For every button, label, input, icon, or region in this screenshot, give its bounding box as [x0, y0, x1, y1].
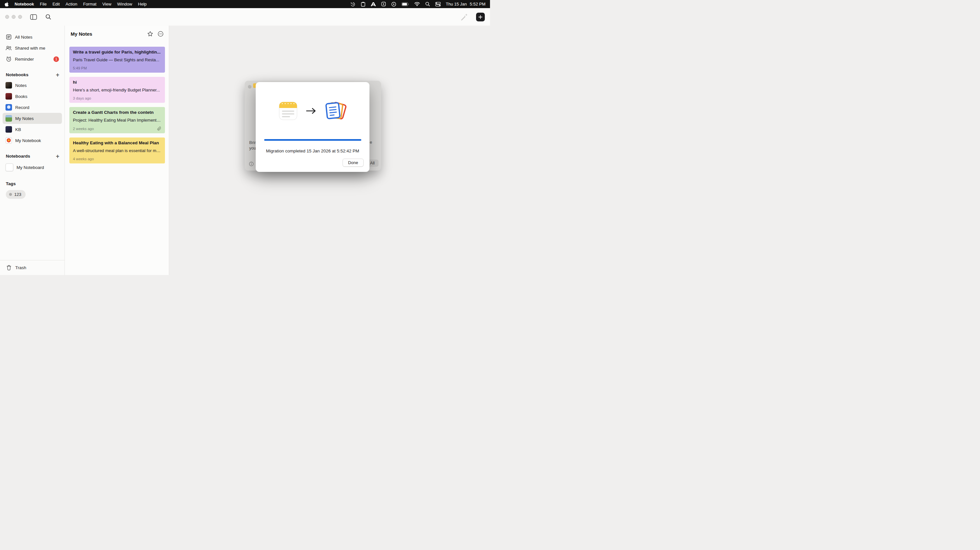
note-snippet: Project: Healthy Eating Meal Plan Implem… — [73, 118, 161, 123]
noteboards-section-header: Noteboards + — [6, 154, 59, 159]
note-card[interactable]: Create a Gantt Charts from the contetn P… — [69, 107, 165, 133]
notebook-label: Notes — [15, 83, 27, 88]
minimize-window-button[interactable] — [12, 15, 16, 19]
notes-list-title: My Notes — [71, 31, 92, 37]
control-center-icon[interactable] — [435, 2, 441, 6]
note-meta: 2 weeks ago — [73, 126, 161, 131]
alarm-clock-icon — [5, 56, 12, 62]
done-button[interactable]: Done — [342, 159, 364, 167]
battery-icon[interactable] — [401, 2, 409, 6]
more-options-icon[interactable] — [158, 31, 164, 37]
notebook-cover-icon — [5, 126, 12, 132]
note-snippet: Here's a short, emoji-friendly Budget Pl… — [73, 88, 161, 92]
menu-help[interactable]: Help — [138, 2, 147, 6]
sidebar-item-trash[interactable]: Trash — [0, 260, 65, 275]
sidebar-item-reminder[interactable]: Reminder 1 — [3, 54, 62, 65]
note-title: hi — [73, 80, 161, 84]
menu-bar-status: Thu 15 Jan 5:52 PM — [350, 2, 485, 7]
menu-file[interactable]: File — [40, 2, 47, 6]
menu-edit[interactable]: Edit — [52, 2, 60, 6]
section-title: Notebooks — [6, 72, 29, 77]
menu-clock[interactable]: Thu 15 Jan 5:52 PM — [446, 2, 485, 6]
app-window: All Notes Shared with me Reminder 1 Note… — [0, 8, 490, 275]
people-icon — [5, 45, 12, 51]
note-meta: 5:49 PM — [73, 66, 161, 70]
menu-action[interactable]: Action — [65, 2, 77, 6]
trash-label: Trash — [15, 265, 26, 270]
noteboard-label: My Noteboard — [16, 165, 44, 170]
info-icon[interactable] — [249, 161, 254, 166]
migration-status-message: Migration completed 15 Jan 2026 at 5:52:… — [266, 148, 359, 153]
sidebar-item-all-notes[interactable]: All Notes — [3, 32, 62, 43]
shortcuts-icon[interactable] — [381, 2, 386, 6]
section-title: Tags — [6, 181, 16, 186]
sidebar-item-label: Shared with me — [15, 46, 45, 51]
note-card[interactable]: Healthy Eating with a Balanced Meal Plan… — [69, 137, 165, 163]
menu-window[interactable]: Window — [117, 2, 132, 6]
sidebar-noteboard-my-noteboard[interactable]: My Noteboard — [3, 161, 62, 174]
notebook-app-icon — [325, 102, 347, 120]
window-toolbar — [0, 8, 490, 26]
sidebar-notebook-my-notes[interactable]: My Notes — [3, 113, 62, 124]
new-note-button[interactable] — [476, 13, 485, 21]
note-card[interactable]: Write a travel guide for Paris, highligh… — [69, 47, 165, 73]
menu-app-name[interactable]: Notebook — [14, 2, 34, 6]
section-title: Noteboards — [6, 154, 30, 159]
sidebar-item-label: All Notes — [15, 35, 32, 40]
sidebar-notebook-notes[interactable]: Notes — [3, 80, 62, 91]
sidebar-notebook-books[interactable]: Books — [3, 91, 62, 102]
note-title: Create a Gantt Charts from the contetn — [73, 110, 161, 115]
history-icon[interactable] — [350, 2, 355, 7]
note-lines-icon — [5, 34, 12, 40]
notebook-label: Record — [15, 105, 30, 110]
window-body: All Notes Shared with me Reminder 1 Note… — [0, 26, 490, 275]
window-dot-icon — [248, 85, 251, 89]
note-card[interactable]: hi Here's a short, emoji-friendly Budget… — [69, 77, 165, 103]
favorite-star-icon[interactable] — [147, 31, 153, 37]
add-noteboard-button[interactable]: + — [56, 154, 59, 159]
sidebar-item-shared-with-me[interactable]: Shared with me — [3, 43, 62, 54]
menu-bar-left: Notebook File Edit Action Format View Wi… — [5, 2, 147, 7]
menu-view[interactable]: View — [102, 2, 111, 6]
migration-complete-dialog: Migration completed 15 Jan 2026 at 5:52:… — [256, 82, 369, 172]
sidebar-notebook-my-notebook[interactable]: My Notebook — [3, 135, 62, 146]
tag-label: 123 — [14, 192, 21, 197]
sidebar-item-label: Reminder — [15, 57, 34, 62]
migration-icons — [279, 102, 347, 120]
wifi-icon[interactable] — [414, 2, 420, 6]
notebook-cover-icon — [5, 93, 12, 100]
plus-icon — [478, 15, 482, 19]
search-icon[interactable] — [45, 14, 51, 20]
anthropic-icon[interactable] — [371, 2, 376, 6]
sidebar-toggle-icon[interactable] — [30, 14, 37, 20]
trash-icon — [6, 265, 12, 271]
note-cards: Write a travel guide for Paris, highligh… — [69, 47, 165, 163]
apple-notes-app-icon — [279, 102, 297, 120]
notebook-cover-icon — [5, 82, 12, 89]
apple-icon[interactable] — [5, 2, 9, 7]
note-snippet: Paris Travel Guide — Best Sights and Res… — [73, 57, 161, 62]
clipboard-icon[interactable] — [361, 2, 366, 7]
migration-progress-fill — [264, 139, 361, 141]
traffic-lights — [5, 15, 22, 19]
search-icon[interactable] — [425, 2, 430, 6]
sidebar-notebook-record[interactable]: Record — [3, 102, 62, 113]
note-time: 4 weeks ago — [73, 157, 94, 161]
clock-time: 5:52 PM — [470, 2, 485, 6]
note-time: 5:49 PM — [73, 66, 87, 70]
zoom-window-button[interactable] — [18, 15, 22, 19]
notebook-cover-icon — [5, 104, 12, 111]
sidebar-notebook-kb[interactable]: KB — [3, 124, 62, 135]
notebook-label: My Notes — [15, 116, 34, 121]
notebooks-section-header: Notebooks + — [6, 72, 59, 77]
play-icon[interactable] — [391, 2, 396, 7]
notebook-cover-icon — [5, 137, 12, 143]
tag-item-123[interactable]: 123 — [6, 190, 25, 199]
close-window-button[interactable] — [5, 15, 9, 19]
arrow-right-icon — [305, 107, 317, 115]
toolbar-right — [460, 13, 485, 21]
sparkle-pen-icon[interactable] — [460, 13, 468, 21]
add-notebook-button[interactable]: + — [56, 73, 59, 77]
menu-format[interactable]: Format — [83, 2, 96, 6]
menu-bar: Notebook File Edit Action Format View Wi… — [0, 0, 490, 8]
